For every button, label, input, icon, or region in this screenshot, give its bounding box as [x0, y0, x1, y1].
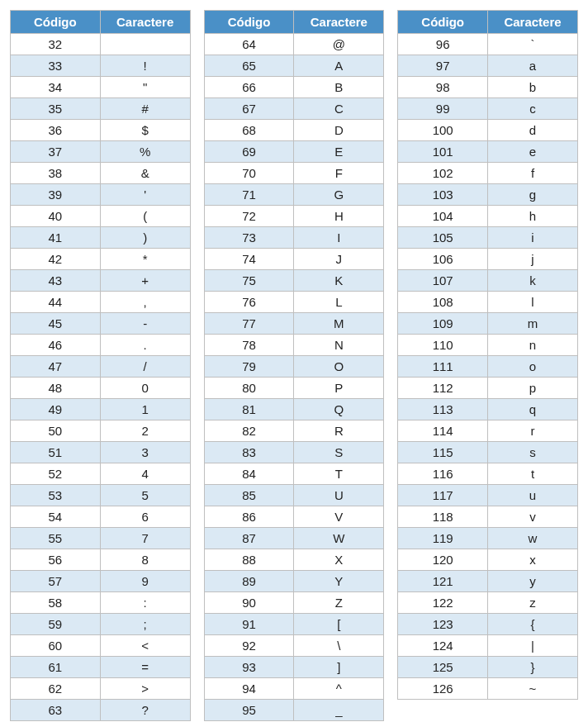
- cell-char: F: [294, 163, 384, 184]
- cell-code: 114: [398, 420, 488, 442]
- table-row: 104h: [398, 206, 578, 227]
- cell-char: 6: [100, 506, 190, 528]
- table-row: 71G: [204, 184, 384, 206]
- table-row: 47/: [11, 356, 191, 378]
- cell-code: 104: [398, 206, 488, 227]
- cell-code: 70: [204, 163, 294, 184]
- cell-char: [100, 34, 190, 55]
- header-code: Código: [204, 11, 294, 34]
- cell-code: 55: [11, 528, 101, 549]
- table-row: 61=: [11, 657, 191, 678]
- cell-char: J: [294, 249, 384, 270]
- table-row: 92\: [204, 635, 384, 657]
- cell-code: 91: [204, 614, 294, 635]
- cell-code: 33: [11, 55, 101, 77]
- table-row: 546: [11, 506, 191, 528]
- table-row: 58:: [11, 592, 191, 614]
- cell-code: 39: [11, 184, 101, 206]
- cell-char: ]: [294, 657, 384, 678]
- cell-char: d: [487, 120, 577, 141]
- cell-code: 78: [204, 335, 294, 356]
- cell-char: X: [294, 549, 384, 571]
- cell-code: 118: [398, 506, 488, 528]
- cell-code: 32: [11, 34, 101, 55]
- table-row: 98b: [398, 77, 578, 98]
- table-row: 42*: [11, 249, 191, 270]
- cell-char: &: [100, 163, 190, 184]
- table-row: 125}: [398, 657, 578, 678]
- cell-char: R: [294, 420, 384, 442]
- table-row: 105i: [398, 227, 578, 249]
- cell-code: 44: [11, 292, 101, 313]
- table-row: 114r: [398, 420, 578, 442]
- cell-code: 47: [11, 356, 101, 378]
- cell-char: |: [487, 635, 577, 657]
- ascii-table-1: CódigoCaractere3233!34"35#36$37%38&39'40…: [10, 10, 191, 721]
- table-row: 93]: [204, 657, 384, 678]
- cell-code: 102: [398, 163, 488, 184]
- table-row: 68D: [204, 120, 384, 141]
- cell-char: <: [100, 635, 190, 657]
- cell-code: 93: [204, 657, 294, 678]
- cell-code: 97: [398, 55, 488, 77]
- cell-code: 36: [11, 120, 101, 141]
- cell-code: 81: [204, 399, 294, 420]
- cell-char: ?: [100, 700, 190, 721]
- cell-char: m: [487, 313, 577, 335]
- ascii-table-2: CódigoCaractere64@65A66B67C68D69E70F71G7…: [204, 10, 385, 721]
- table-row: 41): [11, 227, 191, 249]
- table-row: 84T: [204, 463, 384, 485]
- cell-code: 74: [204, 249, 294, 270]
- table-row: 86V: [204, 506, 384, 528]
- table-row: 117u: [398, 485, 578, 506]
- table-row: 111o: [398, 356, 578, 378]
- table-row: 62>: [11, 678, 191, 700]
- cell-code: 85: [204, 485, 294, 506]
- cell-code: 112: [398, 378, 488, 399]
- cell-char: e: [487, 141, 577, 163]
- cell-char: #: [100, 98, 190, 120]
- table-row: 36$: [11, 120, 191, 141]
- cell-char: j: [487, 249, 577, 270]
- cell-code: 46: [11, 335, 101, 356]
- cell-char: 1: [100, 399, 190, 420]
- cell-char: Y: [294, 571, 384, 592]
- cell-char: 3: [100, 442, 190, 463]
- cell-char: M: [294, 313, 384, 335]
- table-row: 45-: [11, 313, 191, 335]
- header-code: Código: [11, 11, 101, 34]
- cell-code: 86: [204, 506, 294, 528]
- cell-char: I: [294, 227, 384, 249]
- table-row: 76L: [204, 292, 384, 313]
- table-row: 120x: [398, 549, 578, 571]
- cell-code: 117: [398, 485, 488, 506]
- table-row: 43+: [11, 270, 191, 292]
- cell-char: G: [294, 184, 384, 206]
- table-row: 568: [11, 549, 191, 571]
- cell-code: 45: [11, 313, 101, 335]
- cell-char: r: [487, 420, 577, 442]
- cell-code: 68: [204, 120, 294, 141]
- cell-code: 110: [398, 335, 488, 356]
- cell-char: h: [487, 206, 577, 227]
- cell-code: 59: [11, 614, 101, 635]
- cell-char: }: [487, 657, 577, 678]
- table-row: 73I: [204, 227, 384, 249]
- table-row: 44,: [11, 292, 191, 313]
- table-row: 89Y: [204, 571, 384, 592]
- cell-code: 88: [204, 549, 294, 571]
- table-row: 90Z: [204, 592, 384, 614]
- cell-code: 34: [11, 77, 101, 98]
- cell-code: 87: [204, 528, 294, 549]
- table-row: 99c: [398, 98, 578, 120]
- cell-code: 80: [204, 378, 294, 399]
- table-row: 97a: [398, 55, 578, 77]
- table-row: 63?: [11, 700, 191, 721]
- cell-code: 60: [11, 635, 101, 657]
- cell-char: !: [100, 55, 190, 77]
- cell-char: ): [100, 227, 190, 249]
- cell-code: 109: [398, 313, 488, 335]
- cell-code: 65: [204, 55, 294, 77]
- table-row: 124|: [398, 635, 578, 657]
- cell-char: 4: [100, 463, 190, 485]
